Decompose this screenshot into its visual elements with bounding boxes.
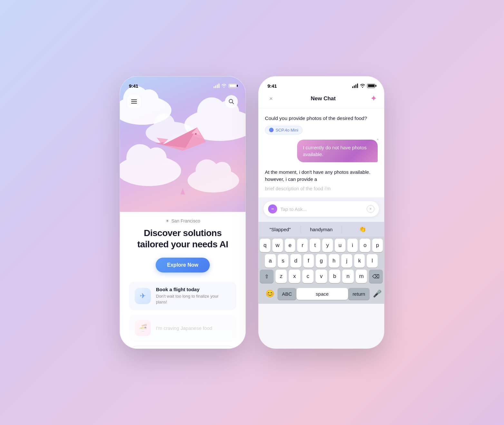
food-card-text: I'm craving Japanese food [156, 325, 212, 331]
key-d[interactable]: d [290, 254, 301, 268]
right-wifi-icon [360, 84, 365, 88]
key-e[interactable]: e [285, 239, 296, 252]
signal-icon [214, 84, 219, 88]
key-y[interactable]: y [322, 239, 333, 252]
pred-word-2[interactable]: handyman [301, 225, 342, 233]
question-message: Could you provide photos of the desired … [265, 115, 378, 122]
ai-message-text: At the moment, i don't have any photos a… [265, 169, 378, 183]
location-text: San Francisco [171, 218, 200, 223]
wifi-icon [221, 84, 227, 88]
key-v[interactable]: v [315, 270, 327, 283]
svg-rect-0 [131, 99, 137, 100]
flight-icon-wrap: ✈ [135, 288, 151, 304]
chat-input-icon [268, 204, 277, 213]
chat-messages-area: Could you provide photos of the desired … [258, 108, 384, 197]
key-c[interactable]: c [302, 270, 314, 283]
chat-input-bar[interactable]: Tap to Ask... × [264, 201, 379, 217]
key-x[interactable]: x [289, 270, 300, 283]
key-g[interactable]: g [316, 254, 327, 268]
pred-word-3[interactable]: 👏 [342, 224, 383, 234]
battery-icon [228, 84, 237, 88]
abc-key[interactable]: ABC [277, 288, 296, 300]
key-p[interactable]: p [372, 239, 383, 252]
key-f[interactable]: f [303, 254, 314, 268]
menu-button[interactable] [128, 95, 141, 108]
return-key[interactable]: return [348, 288, 370, 300]
phones-container: 9:41 [101, 57, 403, 368]
food-icon-wrap: 🍜 [135, 320, 151, 336]
chat-title: New Chat [311, 95, 335, 102]
key-r[interactable]: r [297, 239, 308, 252]
keyboard-bottom-row: 😊 ABC space return 🎤 [260, 285, 383, 302]
right-status-bar: 9:41 [258, 76, 384, 91]
pred-word-1[interactable]: "Slapped" [260, 225, 301, 233]
svg-point-20 [273, 209, 274, 209]
explore-now-button[interactable]: Explore Now [156, 258, 210, 272]
chat-close-button[interactable]: × [266, 94, 276, 104]
key-z[interactable]: z [276, 270, 287, 283]
key-k[interactable]: k [354, 254, 365, 268]
headline: Discover solutions tailored your needs A… [129, 227, 237, 250]
space-key[interactable]: space [296, 288, 348, 300]
food-icon: 🍜 [139, 324, 147, 332]
keyboard-row-1: q w e r t y u i o p [260, 239, 383, 252]
user-message-bubble: I currently do not have photos available… [297, 140, 378, 162]
key-s[interactable]: s [278, 254, 289, 268]
key-n[interactable]: n [342, 270, 354, 283]
left-navbar [120, 91, 246, 113]
key-q[interactable]: q [260, 239, 270, 252]
right-time: 9:41 [267, 83, 277, 89]
keyboard-row-2: a s d f g h j k l [260, 254, 383, 268]
search-icon [228, 99, 234, 104]
key-h[interactable]: h [329, 254, 340, 268]
mic-key[interactable]: 🎤 [370, 286, 384, 301]
flight-card-subtitle: Don't wait too long to finalize your pla… [156, 293, 231, 305]
svg-point-12 [195, 133, 197, 135]
key-b[interactable]: b [329, 270, 341, 283]
phone-right: 9:41 × New Chat [258, 76, 384, 349]
svg-point-19 [272, 209, 273, 209]
key-a[interactable]: a [265, 254, 276, 268]
shift-key[interactable]: ⇧ [260, 270, 274, 283]
backspace-key[interactable]: ⌫ [369, 270, 383, 283]
key-o[interactable]: o [360, 239, 370, 252]
key-j[interactable]: j [341, 254, 352, 268]
plane-icon: ✈ [140, 292, 146, 300]
flight-card[interactable]: ✈ Book a flight today Don't wait too lon… [129, 282, 237, 310]
key-l[interactable]: l [367, 254, 378, 268]
paper-whale-illustration [154, 118, 212, 157]
key-u[interactable]: u [335, 239, 345, 252]
svg-point-18 [271, 209, 272, 209]
svg-rect-2 [131, 103, 137, 104]
svg-marker-13 [180, 188, 185, 194]
left-time: 9:41 [129, 83, 138, 89]
sparkle-icon[interactable]: ✦ [371, 94, 376, 103]
chat-input-placeholder: Tap to Ask... [280, 206, 363, 212]
left-status-icons [214, 84, 237, 88]
chat-input-area: Tap to Ask... × [258, 197, 384, 222]
model-tag-label: SCP.4o Mini [276, 128, 298, 133]
location-row: ☀ San Francisco [129, 218, 237, 223]
food-card[interactable]: 🍜 I'm craving Japanese food [129, 315, 237, 341]
chat-header: × New Chat ✦ [258, 91, 384, 108]
svg-line-4 [232, 103, 234, 104]
ai-message-faded: brief description of the food i'm [265, 185, 378, 193]
search-button[interactable] [225, 95, 238, 108]
key-t[interactable]: t [310, 239, 320, 252]
key-m[interactable]: m [356, 270, 367, 283]
keyboard-row-3: ⇧ z x c v b n m ⌫ [260, 270, 383, 283]
phone-left: 9:41 [120, 76, 246, 349]
sun-icon: ☀ [165, 218, 170, 223]
flight-card-title: Book a flight today [156, 287, 231, 292]
chat-input-close-button[interactable]: × [367, 205, 374, 213]
key-i[interactable]: i [347, 239, 358, 252]
emoji-key[interactable]: 😊 [262, 286, 277, 301]
svg-rect-1 [131, 101, 137, 102]
tap-to-ask-bar[interactable]: Tap to Ask... × [129, 346, 237, 349]
model-tag[interactable]: SCP.4o Mini [265, 126, 303, 134]
left-status-bar: 9:41 [120, 76, 246, 91]
right-signal-icon [352, 84, 358, 88]
food-card-label: I'm craving Japanese food [156, 325, 212, 331]
keyboard: q w e r t y u i o p a s d f g h j k [258, 237, 384, 304]
key-w[interactable]: w [272, 239, 283, 252]
